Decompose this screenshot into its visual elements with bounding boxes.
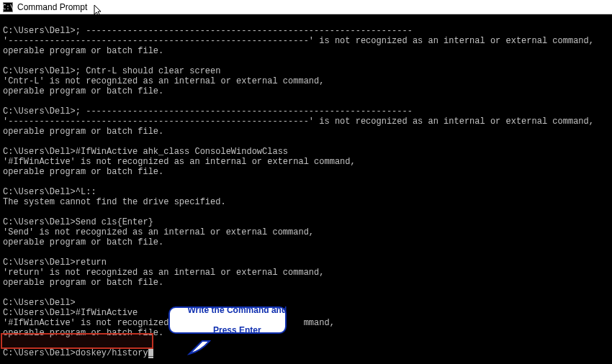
- term-line: The system cannot find the drive specifi…: [3, 197, 226, 207]
- prompt: C:\Users\Dell>: [3, 348, 76, 358]
- term-line: '---------------------------------------…: [3, 117, 594, 127]
- cmd-icon: C:\: [3, 2, 13, 12]
- term-line: operable program or batch file.: [3, 278, 163, 288]
- callout-line1: Write the Command and: [187, 305, 287, 315]
- callout-line2: Press Enter: [213, 325, 261, 335]
- term-line: '---------------------------------------…: [3, 36, 594, 46]
- window-title: Command Prompt: [17, 2, 87, 12]
- term-line: C:\Users\Dell>; Cntr-L should clear scre…: [3, 66, 220, 76]
- term-line: C:\Users\Dell>; ------------------------…: [3, 106, 413, 117]
- term-line: C:\Users\Dell>#IfWinActive ahk_class Con…: [3, 147, 288, 157]
- term-line: operable program or batch file.: [3, 46, 163, 56]
- instruction-callout: Write the Command and Press Enter: [168, 306, 287, 334]
- term-line: C:\Users\Dell>return: [3, 258, 107, 268]
- term-line: operable program or batch file.: [3, 86, 163, 96]
- text-cursor: _: [148, 348, 153, 358]
- term-line: C:\Users\Dell>^L::: [3, 187, 96, 197]
- term-line: C:\Users\Dell>; ------------------------…: [3, 26, 413, 36]
- term-line: C:\Users\Dell>: [3, 298, 76, 308]
- term-line: operable program or batch file.: [3, 127, 163, 137]
- term-line: operable program or batch file.: [3, 167, 163, 177]
- term-line: '#IfWinActive' is not recognized as an i…: [3, 157, 356, 167]
- term-line: C:\Users\Dell>#IfWinActive: [3, 308, 138, 318]
- command-input[interactable]: doskey/history: [76, 348, 148, 358]
- term-line: 'return' is not recognized as an interna…: [3, 268, 324, 278]
- term-line: 'Send' is not recognized as an internal …: [3, 227, 314, 237]
- titlebar[interactable]: C:\ Command Prompt: [0, 0, 612, 14]
- term-line-partial-right: mmand,: [304, 318, 335, 328]
- command-prompt-window: C:\ Command Prompt C:\Users\Dell>; -----…: [0, 0, 612, 364]
- term-line-partial-left: '#IfWinActive' is not recognized: [3, 318, 168, 328]
- terminal-output[interactable]: C:\Users\Dell>; ------------------------…: [0, 14, 612, 364]
- term-line: operable program or batch file.: [3, 237, 163, 247]
- term-line: 'Cntr-L' is not recognized as an interna…: [3, 76, 324, 86]
- term-line: C:\Users\Dell>Send cls{Enter}: [3, 217, 153, 227]
- term-line: operable program or batch file.: [3, 328, 163, 338]
